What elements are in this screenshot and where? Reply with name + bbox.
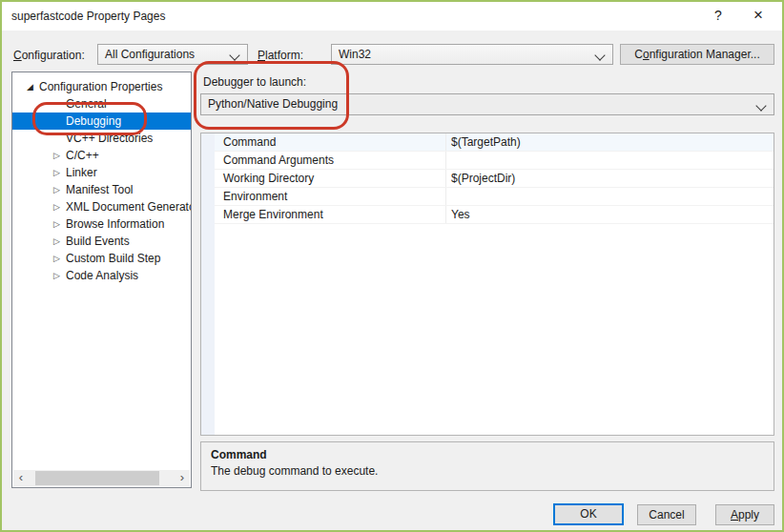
sidebar-item-linker[interactable]: ▷ Linker: [12, 164, 191, 181]
ok-button[interactable]: OK: [553, 503, 624, 525]
sidebar-item-browse-information[interactable]: ▷ Browse Information: [12, 215, 191, 233]
configuration-label: Configuration:: [13, 49, 85, 62]
label-part: o: [643, 48, 650, 61]
property-grid: Command $(TargetPath) Command Arguments …: [200, 133, 774, 436]
property-description-panel: Command The debug command to execute.: [200, 441, 774, 491]
help-icon[interactable]: ?: [710, 8, 727, 23]
chevron-down-icon: [594, 50, 605, 60]
dropdown-value: All Configurations: [105, 48, 195, 61]
sidebar-item-debugging[interactable]: Debugging: [12, 113, 191, 130]
debugger-dropdown[interactable]: Python/Native Debugging: [200, 93, 774, 115]
table-row[interactable]: Environment: [215, 188, 774, 206]
sidebar-item-general[interactable]: General: [12, 95, 191, 113]
platform-dropdown[interactable]: Win32: [331, 44, 613, 65]
tree-rows: ◢ Configuration Properties General Debug…: [12, 78, 191, 284]
configuration-manager-button[interactable]: Configuration Manager...: [620, 44, 774, 65]
scroll-right-icon[interactable]: ›: [175, 471, 190, 485]
label-part: A: [731, 508, 738, 522]
scrollbar-thumb[interactable]: [35, 471, 159, 485]
configuration-dropdown[interactable]: All Configurations: [97, 44, 248, 65]
dropdown-value: Win32: [339, 48, 371, 61]
label-part: onfiguration:: [22, 49, 85, 62]
tree-item-label: C/C++: [66, 147, 99, 164]
property-name-cell[interactable]: Command: [215, 133, 446, 151]
tree-item-label: Code Analysis: [66, 267, 138, 284]
property-name-cell[interactable]: Environment: [215, 188, 446, 205]
tree-collapsed-icon[interactable]: ▷: [53, 233, 60, 250]
tree-item-label: Browse Information: [66, 215, 164, 233]
tree-item-label: General: [66, 95, 107, 113]
tree-expanded-icon[interactable]: ◢: [27, 78, 33, 95]
property-value-cell[interactable]: [446, 188, 774, 205]
configuration-tree-panel: ◢ Configuration Properties General Debug…: [11, 72, 192, 488]
debugger-to-launch-label: Debugger to launch:: [203, 75, 306, 89]
sidebar-item-configuration-properties[interactable]: ◢ Configuration Properties: [12, 78, 191, 95]
label-part: P: [258, 49, 265, 62]
tree-item-label: Manifest Tool: [66, 181, 133, 198]
platform-label: Platform:: [258, 49, 303, 62]
property-pages-dialog: superfastcode Property Pages ? × Configu…: [0, 0, 784, 532]
label-part: latform:: [265, 49, 303, 62]
tree-item-label: XML Document Generator: [66, 198, 191, 215]
table-row[interactable]: Command Arguments: [215, 152, 774, 170]
tree-horizontal-scrollbar[interactable]: ‹ ›: [13, 470, 190, 486]
tree-item-label: Configuration Properties: [39, 78, 162, 95]
table-row[interactable]: Command $(TargetPath): [215, 133, 774, 152]
chevron-down-icon: [755, 100, 766, 111]
title-bar: superfastcode Property Pages ? ×: [2, 2, 782, 31]
tree-collapsed-icon[interactable]: ▷: [53, 215, 60, 233]
tree-collapsed-icon[interactable]: ▷: [53, 164, 60, 181]
sidebar-item-c-cpp[interactable]: ▷ C/C++: [12, 147, 191, 164]
tree-collapsed-icon[interactable]: ▷: [53, 147, 60, 164]
scroll-left-icon[interactable]: ‹: [13, 471, 29, 485]
description-text: The debug command to execute.: [211, 464, 764, 478]
tree-item-label: Debugging: [66, 113, 121, 130]
dropdown-value: Python/Native Debugging: [208, 97, 338, 111]
property-value-cell[interactable]: Yes: [446, 206, 774, 223]
sidebar-item-code-analysis[interactable]: ▷ Code Analysis: [12, 267, 191, 284]
label-part: pply: [738, 508, 759, 522]
apply-button[interactable]: Apply: [715, 504, 774, 525]
tree-collapsed-icon[interactable]: ▷: [53, 181, 60, 198]
table-row[interactable]: Working Directory $(ProjectDir): [215, 170, 774, 188]
label-part: nfiguration Manager...: [650, 48, 760, 61]
property-name-cell[interactable]: Working Directory: [215, 170, 446, 187]
tree-item-label: Custom Build Step: [66, 250, 160, 267]
sidebar-item-vc-directories[interactable]: VC++ Directories: [12, 130, 191, 147]
property-grid-gutter: [201, 133, 215, 435]
sidebar-item-xml-document-generator[interactable]: ▷ XML Document Generator: [12, 198, 191, 215]
description-title: Command: [211, 448, 764, 461]
property-value-cell[interactable]: $(TargetPath): [446, 133, 774, 151]
sidebar-item-build-events[interactable]: ▷ Build Events: [12, 233, 191, 250]
sidebar-item-custom-build-step[interactable]: ▷ Custom Build Step: [12, 250, 191, 267]
tree-collapsed-icon[interactable]: ▷: [53, 198, 60, 215]
tree-collapsed-icon[interactable]: ▷: [53, 250, 60, 267]
close-icon[interactable]: ×: [750, 6, 767, 25]
tree-item-label: VC++ Directories: [66, 130, 153, 147]
property-value-cell[interactable]: [446, 152, 774, 169]
window-title: superfastcode Property Pages: [11, 10, 165, 23]
tree-item-label: Build Events: [66, 233, 130, 250]
table-row[interactable]: Merge Environment Yes: [215, 206, 774, 224]
label-part: C: [13, 49, 22, 62]
property-name-cell[interactable]: Merge Environment: [215, 206, 446, 223]
property-grid-rows: Command $(TargetPath) Command Arguments …: [215, 133, 774, 224]
tree-collapsed-icon[interactable]: ▷: [53, 267, 60, 284]
property-name-cell[interactable]: Command Arguments: [215, 152, 446, 169]
property-value-cell[interactable]: $(ProjectDir): [446, 170, 774, 187]
cancel-button[interactable]: Cancel: [637, 504, 696, 525]
chevron-down-icon: [229, 50, 239, 60]
label-part: C: [634, 48, 643, 61]
tree-item-label: Linker: [66, 164, 97, 181]
sidebar-item-manifest-tool[interactable]: ▷ Manifest Tool: [12, 181, 191, 198]
